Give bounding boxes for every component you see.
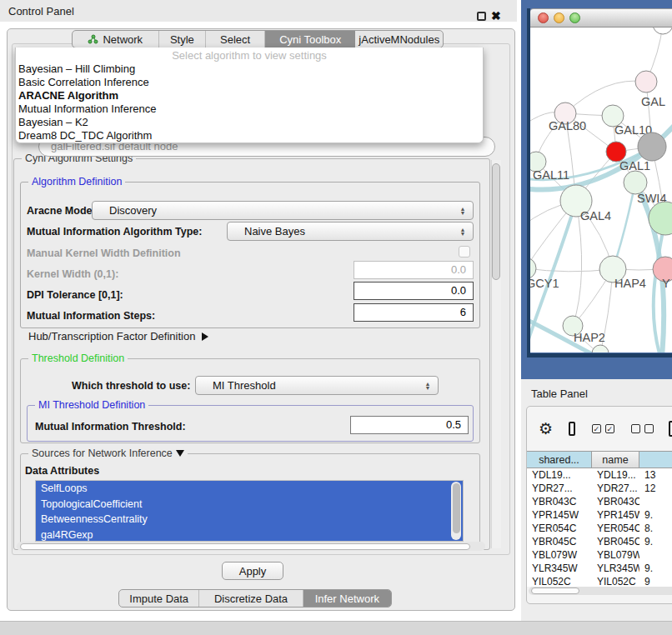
dropdown-item[interactable]: Basic Correlation Inference bbox=[16, 76, 483, 89]
algorithm-dropdown-popup: Select algorithm to view settings Bayesi… bbox=[15, 48, 484, 143]
table-rows: YDL19...YDL19...13YDR27...YDR27...12YBR0… bbox=[527, 468, 672, 587]
table-cell: YPR145W bbox=[592, 508, 639, 522]
mi-threshold-field[interactable]: 0.5 bbox=[350, 416, 469, 434]
network-graph: GALGAL80GAL10GAL1GAL11SWI4GAL4GCY1HAP4YH… bbox=[530, 28, 672, 352]
network-view-window: GALGAL80GAL10GAL1GAL11SWI4GAL4GCY1HAP4YH… bbox=[527, 8, 672, 358]
table-cell: 9. bbox=[639, 508, 672, 522]
tab-network-label: Network bbox=[103, 33, 143, 46]
kernel-width-label: Kernel Width (0,1): bbox=[27, 268, 118, 280]
table-row[interactable]: YIL052CYIL052C9 bbox=[527, 575, 672, 587]
network-window-titlebar[interactable] bbox=[530, 8, 672, 28]
table-cell: 9. bbox=[639, 562, 672, 575]
hub-definition-expander[interactable]: Hub/Transcription Factor Definition bbox=[28, 330, 208, 342]
node-label: GAL80 bbox=[549, 119, 586, 132]
table-row[interactable]: YDR27...YDR27...12 bbox=[527, 482, 672, 495]
gear-icon[interactable]: ⚙ bbox=[539, 421, 553, 437]
tab-jactivemnodules[interactable]: jActiveMNodules bbox=[355, 31, 443, 48]
tab-infer-network[interactable]: Infer Network bbox=[303, 590, 391, 607]
dropdown-item[interactable]: Bayesian – Hill Climbing bbox=[16, 62, 483, 76]
table-cell: YER054C bbox=[527, 522, 592, 535]
settings-horizontal-scroll-thumb[interactable] bbox=[20, 543, 470, 550]
table-cell: YBR043C bbox=[527, 495, 592, 508]
dropdown-placeholder: Select algorithm to view settings bbox=[16, 48, 483, 62]
table-cell bbox=[639, 548, 672, 562]
tab-cyni-toolbox[interactable]: Cyni Toolbox bbox=[265, 31, 356, 48]
table-cell: YER054C bbox=[592, 522, 639, 535]
attribute-list-item[interactable]: TopologicalCoefficient bbox=[36, 497, 463, 512]
aracne-mode-combo[interactable]: Discovery ▲▼ bbox=[92, 201, 474, 220]
table-row[interactable]: YBL079WYBL079W bbox=[527, 548, 672, 562]
document-icon[interactable] bbox=[669, 421, 672, 437]
apply-button[interactable]: Apply bbox=[222, 562, 283, 580]
sources-group-title[interactable]: Sources for Network Inference bbox=[28, 448, 188, 459]
deselect-all-checkboxes-icon[interactable] bbox=[631, 424, 654, 433]
tab-select[interactable]: Select bbox=[206, 31, 265, 48]
float-window-icon[interactable] bbox=[477, 12, 486, 21]
algorithm-dropdown-list: Bayesian – Hill ClimbingBasic Correlatio… bbox=[16, 62, 483, 142]
mi-threshold-label: Mutual Information Threshold: bbox=[35, 421, 186, 432]
window-zoom-button[interactable] bbox=[569, 12, 580, 23]
network-node-GAL[interactable] bbox=[635, 71, 657, 92]
mi-steps-label: Mutual Information Steps: bbox=[27, 310, 155, 322]
column-header[interactable] bbox=[639, 451, 672, 468]
dpi-tolerance-field[interactable]: 0.0 bbox=[354, 282, 474, 300]
table-panel-title: Table Panel bbox=[531, 388, 588, 400]
columns-icon[interactable] bbox=[569, 422, 575, 436]
table-row[interactable]: YER054CYER054C8. bbox=[527, 522, 672, 535]
network-node[interactable] bbox=[638, 132, 666, 161]
attribute-list-item[interactable]: gal4RGexp bbox=[36, 528, 463, 542]
tab-network[interactable]: Network bbox=[73, 31, 159, 48]
select-all-checkboxes-icon[interactable]: ✓ ✓ bbox=[592, 424, 614, 433]
mi-steps-field[interactable]: 6 bbox=[354, 303, 474, 322]
close-icon[interactable]: ✖ bbox=[491, 9, 501, 22]
dropdown-item[interactable]: Bayesian – K2 bbox=[16, 116, 483, 129]
settings-vertical-scroll-thumb[interactable] bbox=[492, 163, 500, 280]
table-cell: 13 bbox=[639, 468, 672, 482]
kernel-width-field: 0.0 bbox=[354, 261, 474, 279]
window-close-button[interactable] bbox=[538, 12, 549, 23]
status-strip bbox=[0, 621, 672, 635]
manual-kernel-checkbox bbox=[459, 246, 470, 258]
table-row[interactable]: YLR345WYLR345W9. bbox=[527, 562, 672, 575]
column-header[interactable]: shared... bbox=[527, 451, 592, 468]
dropdown-item[interactable]: Mutual Information Inference bbox=[16, 102, 483, 116]
table-header-row: shared...name bbox=[527, 451, 672, 468]
table-panel-box: ⚙ ✓ ✓ shared...name YDL19...YDL19...13YD… bbox=[526, 406, 672, 604]
tab-discretize-data[interactable]: Discretize Data bbox=[199, 590, 303, 607]
table-row[interactable]: YBR045CYBR045C9. bbox=[527, 535, 672, 548]
table-cell: YIL052C bbox=[527, 575, 592, 587]
tab-style[interactable]: Style bbox=[159, 31, 207, 48]
algorithm-definition-title: Algorithm Definition bbox=[28, 176, 125, 188]
unchecked-checkbox-icon bbox=[644, 424, 654, 433]
attribute-list-item[interactable]: BetweennessCentrality bbox=[36, 512, 463, 528]
network-canvas[interactable]: GALGAL80GAL10GAL1GAL11SWI4GAL4GCY1HAP4YH… bbox=[530, 28, 672, 352]
checked-checkbox-icon: ✓ bbox=[592, 424, 601, 433]
network-node[interactable] bbox=[653, 28, 672, 34]
dropdown-item[interactable]: Dream8 DC_TDC Algorithm bbox=[16, 129, 483, 142]
manual-kernel-label: Manual Kernel Width Definition bbox=[27, 248, 181, 259]
table-row[interactable]: YPR145WYPR145W9. bbox=[527, 508, 672, 522]
table-cell: YPR145W bbox=[527, 508, 592, 522]
network-node[interactable] bbox=[592, 345, 609, 352]
table-cell: YDR27... bbox=[527, 482, 592, 495]
table-horizontal-scroll-thumb[interactable] bbox=[531, 588, 579, 594]
table-toolbar: ⚙ ✓ ✓ bbox=[527, 407, 672, 451]
combo-arrows-icon: ▲▼ bbox=[456, 228, 469, 236]
network-node-SWI4[interactable] bbox=[624, 171, 647, 194]
tab-impute-data[interactable]: Impute Data bbox=[119, 590, 199, 607]
attribute-list-item[interactable]: SelfLoops bbox=[36, 481, 463, 497]
node-table: shared...name bbox=[527, 451, 672, 468]
column-header[interactable]: name bbox=[592, 451, 639, 468]
mi-type-combo[interactable]: Naive Bayes ▲▼ bbox=[227, 222, 474, 241]
attribute-list-scroll-thumb[interactable] bbox=[453, 483, 460, 533]
control-panel-title: Control Panel bbox=[8, 5, 74, 18]
which-threshold-combo[interactable]: MI Threshold ▲▼ bbox=[195, 376, 439, 395]
expander-down-icon bbox=[176, 450, 184, 457]
table-row[interactable]: YBR043CYBR043C bbox=[527, 495, 672, 508]
control-panel-tabbar: Network Style Select Cyni Toolbox jActiv… bbox=[72, 30, 444, 48]
which-threshold-label: Which threshold to use: bbox=[72, 380, 190, 392]
window-minimize-button[interactable] bbox=[554, 12, 564, 23]
table-cell: 12 bbox=[639, 482, 672, 495]
table-row[interactable]: YDL19...YDL19...13 bbox=[527, 468, 672, 482]
dropdown-item[interactable]: ARACNE Algorithm bbox=[16, 89, 483, 102]
